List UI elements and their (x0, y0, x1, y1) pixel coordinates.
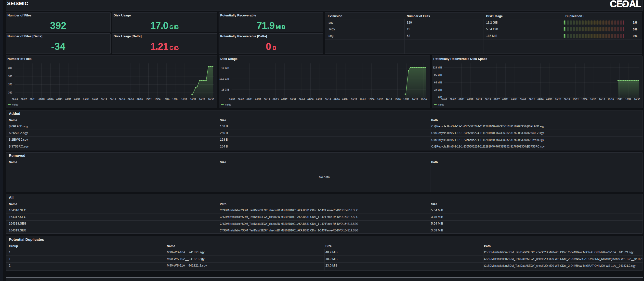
svg-text:10/02: 10/02 (572, 98, 579, 101)
svg-text:10/22: 10/22 (403, 98, 409, 101)
svg-text:09/08: 09/08 (520, 98, 526, 101)
svg-text:10/10: 10/10 (164, 98, 170, 101)
svg-text:10/14: 10/14 (172, 98, 178, 101)
svg-text:08/23: 08/23 (272, 98, 279, 101)
svg-text:10/02: 10/02 (360, 98, 366, 101)
svg-text:390: 390 (8, 67, 12, 70)
svg-text:09/12: 09/12 (316, 98, 322, 101)
svg-text:08/07: 08/07 (238, 98, 244, 101)
svg-text:10/22: 10/22 (190, 98, 196, 101)
svg-text:96 MiB: 96 MiB (434, 74, 442, 76)
svg-text:09/20: 09/20 (546, 98, 552, 101)
svg-text:10/10: 10/10 (590, 98, 596, 101)
svg-text:08/27: 08/27 (281, 98, 287, 101)
svg-text:08/19: 08/19 (264, 98, 270, 101)
svg-text:08/03: 08/03 (12, 98, 18, 101)
svg-text:08/23: 08/23 (485, 98, 491, 101)
svg-text:09/16: 09/16 (538, 98, 544, 101)
svg-text:09/28: 09/28 (564, 98, 570, 101)
svg-text:380: 380 (8, 75, 12, 78)
svg-text:09/28: 09/28 (351, 98, 357, 101)
svg-text:128 MiB: 128 MiB (433, 66, 442, 69)
svg-text:08/11: 08/11 (458, 98, 465, 101)
svg-text:09/04: 09/04 (83, 98, 89, 101)
svg-text:10/02: 10/02 (146, 98, 152, 101)
svg-text:0 B: 0 B (438, 96, 442, 99)
svg-text:10/14: 10/14 (599, 98, 605, 101)
svg-text:08/27: 08/27 (494, 98, 500, 101)
svg-text:16.5 GiB: 16.5 GiB (219, 78, 229, 80)
svg-text:09/20: 09/20 (119, 98, 125, 101)
svg-text:09/08: 09/08 (92, 98, 98, 101)
svg-text:17 GiB: 17 GiB (221, 67, 229, 70)
svg-text:08/15: 08/15 (38, 98, 45, 101)
svg-text:08/11: 08/11 (246, 98, 253, 101)
svg-text:32 MiB: 32 MiB (434, 88, 442, 91)
svg-text:08/27: 08/27 (65, 98, 72, 101)
svg-text:10/06: 10/06 (154, 98, 160, 101)
svg-text:10/30: 10/30 (420, 98, 427, 101)
svg-text:value: value (12, 103, 18, 106)
svg-text:09/20: 09/20 (334, 98, 340, 101)
svg-text:09/28: 09/28 (137, 98, 143, 101)
svg-text:10/06: 10/06 (581, 98, 587, 101)
svg-text:10/26: 10/26 (199, 98, 205, 101)
svg-text:08/15: 08/15 (467, 98, 473, 101)
svg-text:08/31: 08/31 (74, 98, 80, 101)
svg-text:08/11: 08/11 (30, 98, 36, 101)
svg-text:64 MiB: 64 MiB (434, 81, 442, 84)
svg-text:09/24: 09/24 (555, 98, 561, 101)
svg-text:09/16: 09/16 (110, 98, 116, 101)
svg-text:08/31: 08/31 (502, 98, 508, 101)
svg-text:10/30: 10/30 (208, 98, 214, 101)
svg-text:10/14: 10/14 (386, 98, 392, 101)
svg-text:10/26: 10/26 (412, 98, 418, 101)
svg-text:08/07: 08/07 (20, 98, 27, 101)
svg-text:09/04: 09/04 (511, 98, 517, 101)
svg-text:09/08: 09/08 (308, 98, 314, 101)
svg-text:08/31: 08/31 (290, 98, 296, 101)
svg-text:10/26: 10/26 (625, 98, 631, 101)
svg-text:09/24: 09/24 (128, 98, 134, 101)
svg-text:08/19: 08/19 (47, 98, 54, 101)
svg-text:360: 360 (8, 91, 12, 94)
svg-text:10/18: 10/18 (608, 98, 614, 101)
svg-text:16 GiB: 16 GiB (221, 88, 229, 91)
svg-text:10/30: 10/30 (634, 98, 640, 101)
svg-text:10/22: 10/22 (616, 98, 623, 101)
svg-text:10/10: 10/10 (377, 98, 383, 101)
svg-text:08/19: 08/19 (476, 98, 482, 101)
svg-text:08/23: 08/23 (56, 98, 62, 101)
svg-text:10/18: 10/18 (181, 98, 187, 101)
svg-text:09/16: 09/16 (325, 98, 331, 101)
svg-text:370: 370 (8, 83, 12, 86)
svg-text:09/12: 09/12 (101, 98, 107, 101)
svg-text:08/15: 08/15 (255, 98, 261, 101)
svg-text:value: value (225, 103, 231, 106)
svg-text:value: value (438, 103, 444, 106)
svg-text:09/24: 09/24 (342, 98, 348, 101)
svg-text:10/06: 10/06 (368, 98, 374, 101)
svg-text:10/18: 10/18 (394, 98, 401, 101)
svg-text:09/04: 09/04 (298, 98, 305, 101)
svg-text:08/03: 08/03 (229, 98, 235, 101)
svg-text:09/12: 09/12 (529, 98, 535, 101)
svg-text:08/07: 08/07 (450, 98, 456, 101)
